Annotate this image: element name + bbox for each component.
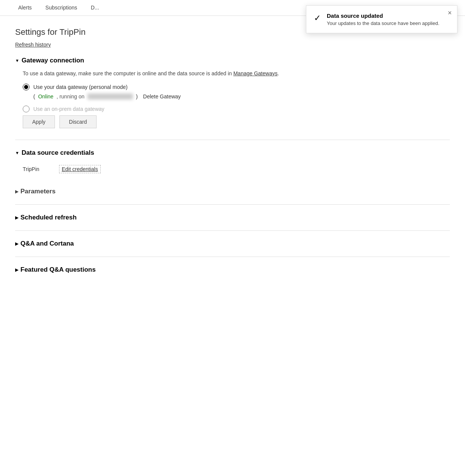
expand-chevron-parameters-icon: ▶ <box>15 189 18 194</box>
data-source-credentials-content: TripPin Edit credentials <box>15 162 450 176</box>
parameters-title: Parameters <box>20 188 56 195</box>
data-source-credentials-header[interactable]: ▼ Data source credentials <box>15 149 450 157</box>
description-part2: . <box>278 70 279 76</box>
refresh-history-link[interactable]: Refresh history <box>15 42 51 48</box>
gateway-status-row: (Online, running on ) Delete Gateway <box>33 93 450 100</box>
toast-body: Data source updated Your updates to the … <box>327 12 449 26</box>
divider-2 <box>15 204 450 205</box>
tab-subscriptions[interactable]: Subscriptions <box>39 0 84 16</box>
open-paren: ( <box>33 93 35 100</box>
collapse-chevron-credentials-icon: ▼ <box>15 151 19 155</box>
edit-credentials-link[interactable]: Edit credentials <box>59 165 101 173</box>
apply-button[interactable]: Apply <box>23 115 55 128</box>
qa-cortana-title: Q&A and Cortana <box>20 240 74 247</box>
scheduled-refresh-header[interactable]: ▶ Scheduled refresh <box>15 214 450 221</box>
radio-onprem-label: Use an on-prem data gateway <box>33 106 105 112</box>
gateway-hostname-blurred <box>87 93 133 100</box>
main-content: Settings for TripPin Refresh history ▼ G… <box>0 16 465 294</box>
expand-chevron-qa-icon: ▶ <box>15 241 18 246</box>
toast-close-button[interactable]: × <box>448 9 452 16</box>
gateway-connection-section: ▼ Gateway connection To use a data gatew… <box>15 57 450 128</box>
checkmark-icon: ✓ <box>314 13 321 23</box>
featured-qa-header[interactable]: ▶ Featured Q&A questions <box>15 266 450 274</box>
radio-onprem-mode[interactable]: Use an on-prem data gateway <box>23 106 450 112</box>
gateway-connection-title: Gateway connection <box>22 57 84 64</box>
radio-personal-mode[interactable]: Use your data gateway (personal mode) <box>23 84 450 90</box>
parameters-header[interactable]: ▶ Parameters <box>15 188 450 195</box>
divider-3 <box>15 230 450 231</box>
scheduled-refresh-section: ▶ Scheduled refresh <box>15 214 450 221</box>
divider-1 <box>15 140 450 140</box>
description-part1: To use a data gateway, make sure the com… <box>23 70 233 76</box>
toast-title: Data source updated <box>327 12 449 19</box>
discard-button[interactable]: Discard <box>59 115 96 128</box>
tab-alerts[interactable]: Alerts <box>11 0 39 16</box>
parameters-section: ▶ Parameters <box>15 188 450 195</box>
expand-chevron-scheduled-icon: ▶ <box>15 215 18 220</box>
collapse-chevron-icon: ▼ <box>15 58 19 63</box>
expand-chevron-featured-icon: ▶ <box>15 268 18 272</box>
gateway-connection-content: To use a data gateway, make sure the com… <box>15 70 450 128</box>
radio-personal-input[interactable] <box>23 84 30 90</box>
featured-qa-section: ▶ Featured Q&A questions <box>15 266 450 274</box>
featured-qa-title: Featured Q&A questions <box>20 266 96 274</box>
radio-onprem-input[interactable] <box>23 106 30 112</box>
button-row: Apply Discard <box>23 115 450 128</box>
data-source-credentials-title: Data source credentials <box>22 149 94 157</box>
gateway-description: To use a data gateway, make sure the com… <box>23 70 394 78</box>
data-source-credentials-section: ▼ Data source credentials TripPin Edit c… <box>15 149 450 176</box>
scheduled-refresh-title: Scheduled refresh <box>20 214 76 221</box>
toast-message: Your updates to the data source have bee… <box>327 20 449 26</box>
delete-gateway-link[interactable]: Delete Gateway <box>143 93 181 100</box>
qa-cortana-header[interactable]: ▶ Q&A and Cortana <box>15 240 450 247</box>
manage-gateways-link[interactable]: Manage Gateways <box>233 70 278 76</box>
credentials-row: TripPin Edit credentials <box>23 162 450 176</box>
toast-notification: ✓ Data source updated Your updates to th… <box>306 5 457 33</box>
radio-personal-label: Use your data gateway (personal mode) <box>33 84 128 90</box>
divider-4 <box>15 257 450 257</box>
qa-cortana-section: ▶ Q&A and Cortana <box>15 240 450 247</box>
status-online-text: Online <box>38 93 53 100</box>
gateway-connection-header[interactable]: ▼ Gateway connection <box>15 57 450 64</box>
tab-d[interactable]: D... <box>84 0 106 16</box>
trippin-label: TripPin <box>23 166 53 172</box>
close-paren: ) <box>136 93 138 100</box>
running-on-text: , running on <box>56 93 84 100</box>
